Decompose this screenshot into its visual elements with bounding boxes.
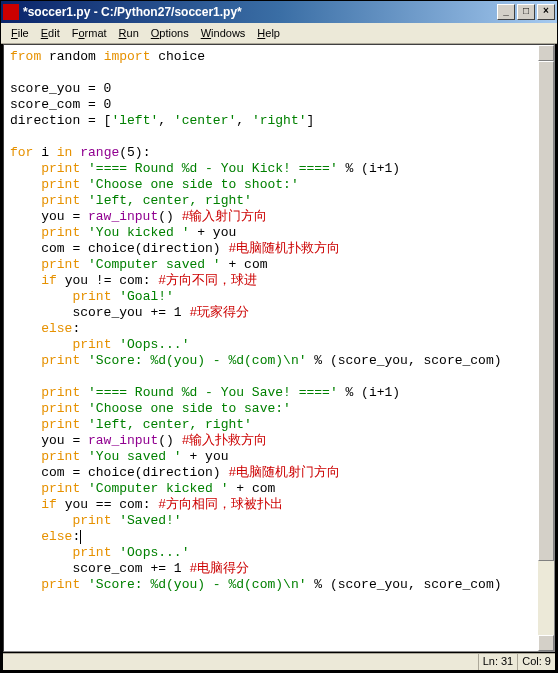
close-button[interactable]: × [537, 4, 555, 20]
vertical-scrollbar[interactable] [538, 45, 554, 651]
title-bar[interactable]: *soccer1.py - C:/Python27/soccer1.py* _ … [1, 1, 557, 23]
minimize-button[interactable]: _ [497, 4, 515, 20]
menu-file[interactable]: File [5, 25, 35, 41]
menu-bar: File Edit Format Run Options Windows Hel… [1, 23, 557, 44]
window-frame: *soccer1.py - C:/Python27/soccer1.py* _ … [0, 0, 558, 673]
app-icon [3, 4, 19, 20]
window-title: *soccer1.py - C:/Python27/soccer1.py* [23, 5, 495, 19]
scroll-thumb[interactable] [538, 61, 554, 561]
maximize-button[interactable]: □ [517, 4, 535, 20]
status-line: Ln: 31 [478, 654, 518, 670]
menu-options[interactable]: Options [145, 25, 195, 41]
status-bar: Ln: 31 Col: 9 [3, 653, 555, 670]
scroll-up-button[interactable] [538, 45, 554, 61]
scroll-down-button[interactable] [538, 635, 554, 651]
code-editor[interactable]: from random import choice score_you = 0 … [3, 44, 555, 652]
menu-edit[interactable]: Edit [35, 25, 66, 41]
menu-run[interactable]: Run [113, 25, 145, 41]
window-buttons: _ □ × [495, 4, 555, 20]
menu-help[interactable]: Help [251, 25, 286, 41]
menu-format[interactable]: Format [66, 25, 113, 41]
status-col: Col: 9 [517, 654, 555, 670]
code-content[interactable]: from random import choice score_you = 0 … [4, 45, 554, 613]
text-cursor [80, 530, 81, 544]
menu-windows[interactable]: Windows [195, 25, 252, 41]
